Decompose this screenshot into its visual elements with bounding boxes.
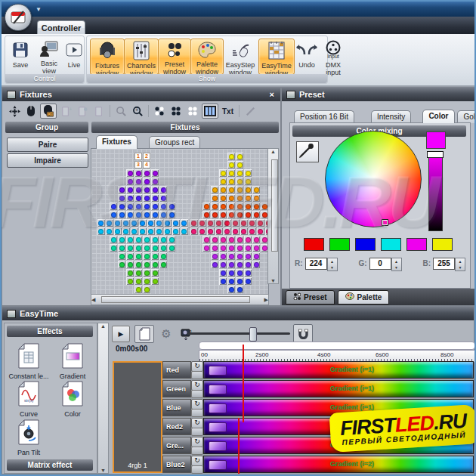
fixture-cell[interactable] [126,252,134,260]
fixture-cell[interactable] [143,194,150,202]
fixture-cell[interactable] [219,178,227,185]
fixture-cell[interactable] [236,178,243,185]
fixture-cell[interactable] [244,186,252,193]
fixture-cell[interactable] [126,261,134,268]
track-label-blue2[interactable]: Blue2 [162,456,191,473]
fixture-cell[interactable] [190,227,198,235]
fixture-icon-cell[interactable]: 2 [143,153,150,160]
scroll-left-icon[interactable]: ◀ [91,297,95,303]
fixture-cell[interactable] [227,269,235,277]
fixture-cell[interactable] [126,178,134,185]
fixture-cell[interactable] [181,219,188,227]
fixture-cell[interactable] [244,202,252,210]
fixture-cell[interactable] [126,277,134,285]
fixture-cell[interactable] [147,227,155,235]
dots-mixed-view-icon[interactable] [152,104,167,118]
fixture-cell[interactable] [151,194,159,202]
fixture-cell[interactable] [143,269,150,277]
fixture-cell[interactable] [244,211,252,218]
fixture-cell[interactable] [227,153,235,160]
effect-start-chip[interactable] [209,422,227,432]
ribbon-button-basic-view[interactable]: Basic view [34,39,64,73]
preset-tab-intensity[interactable]: Intensity [371,110,411,123]
rgb-value-input[interactable]: 255 [433,258,455,270]
fixture-cell[interactable] [227,252,235,260]
fixture-cell[interactable] [151,269,159,277]
quick-access-dropdown-icon[interactable]: ▼ [36,6,42,13]
fixture-cell[interactable] [118,194,125,202]
fixture-cell[interactable] [236,153,243,160]
fixture-cell[interactable] [134,202,142,210]
fixture-cell[interactable] [147,219,155,227]
track-gradient-bar[interactable]: Gradient (i=2) [203,456,474,473]
color-wheel-selector[interactable] [382,219,388,226]
mouse-ctrl-tool-icon[interactable]: Ctrl [40,104,57,119]
fixture-cell[interactable] [244,178,252,185]
fixture-cell[interactable] [236,252,243,260]
fixture-cell[interactable] [118,244,125,252]
effect-start-chip[interactable] [209,460,227,470]
fixture-cell[interactable] [240,219,248,227]
bottom-tab-preset[interactable]: Preset [286,290,335,304]
fixture-cell[interactable] [143,186,150,193]
zoom-in-icon[interactable]: + [130,104,145,118]
fixture-cell[interactable] [249,227,256,235]
fixture-cell[interactable] [159,261,167,268]
fixture-cell[interactable] [131,219,138,227]
track-option-button[interactable] [191,371,203,379]
track-label-blue[interactable]: Blue [162,399,191,416]
fixture-cell[interactable] [134,186,142,193]
loop-icon[interactable]: ↻ [191,418,203,428]
group-button-impaire[interactable]: Impaire [7,153,88,168]
effects-scrollbar[interactable]: ▲ ▼ [97,323,109,474]
fixture-cell[interactable] [126,186,134,193]
fixture-cell[interactable] [110,211,117,218]
fixture-cell[interactable] [159,194,167,202]
color-chip[interactable] [329,238,350,251]
grid-hscroll-thumb[interactable] [101,296,250,303]
fixture-cell[interactable] [202,244,210,252]
fixtures-grid[interactable]: 1234 [91,148,269,295]
fixture-cell[interactable] [159,252,167,260]
fixture-cell[interactable] [139,227,147,235]
fixture-cell[interactable] [202,202,210,210]
fixture-cell[interactable] [151,236,159,243]
fixture-icon-cell[interactable]: 4 [143,161,150,168]
fixture-cell[interactable] [134,169,142,177]
fixture-cell[interactable] [134,236,142,243]
fixture-cell[interactable] [172,227,180,235]
fixture-cell[interactable] [118,202,125,210]
fixture-cell[interactable] [252,211,260,218]
fixture-cell[interactable] [215,227,223,235]
fixture-cell[interactable] [151,261,159,268]
fixture-cell[interactable] [227,244,235,252]
eyedropper-button[interactable] [296,141,319,162]
fixture-cell[interactable] [190,219,198,227]
fixture-cell[interactable] [236,244,243,252]
fixture-cell[interactable] [219,211,227,218]
fixture-cell[interactable] [244,252,252,260]
fixture-cell[interactable] [211,244,218,252]
close-icon[interactable]: × [270,90,274,99]
settings-gear-icon[interactable]: ⚙ [159,327,174,341]
zoom-slider-handle[interactable] [249,327,257,342]
fixture-cell[interactable] [168,236,175,243]
fixture-cell[interactable] [236,202,243,210]
fixture-cell[interactable] [143,261,150,268]
timeline-range-bar[interactable] [199,342,475,350]
color-wheel[interactable] [325,131,422,227]
fixture-icon-cell[interactable]: 1 [134,153,142,160]
fixture-cell[interactable] [151,252,159,260]
dots-dark-view-icon[interactable] [168,104,184,118]
fixture-cell[interactable] [224,219,231,227]
effect-start-chip[interactable] [209,385,227,394]
fixture-cell[interactable] [227,178,235,185]
preset-panel-titlebar[interactable]: Preset [282,88,475,101]
fixture-cell[interactable] [240,227,248,235]
fixture-cell[interactable] [172,219,180,227]
fixture-cell[interactable] [122,219,130,227]
fixture-cell[interactable] [118,252,125,260]
fixture-cell[interactable] [211,202,218,210]
fixture-icon-cell[interactable]: 3 [134,161,142,168]
fixture-cell[interactable] [219,244,227,252]
